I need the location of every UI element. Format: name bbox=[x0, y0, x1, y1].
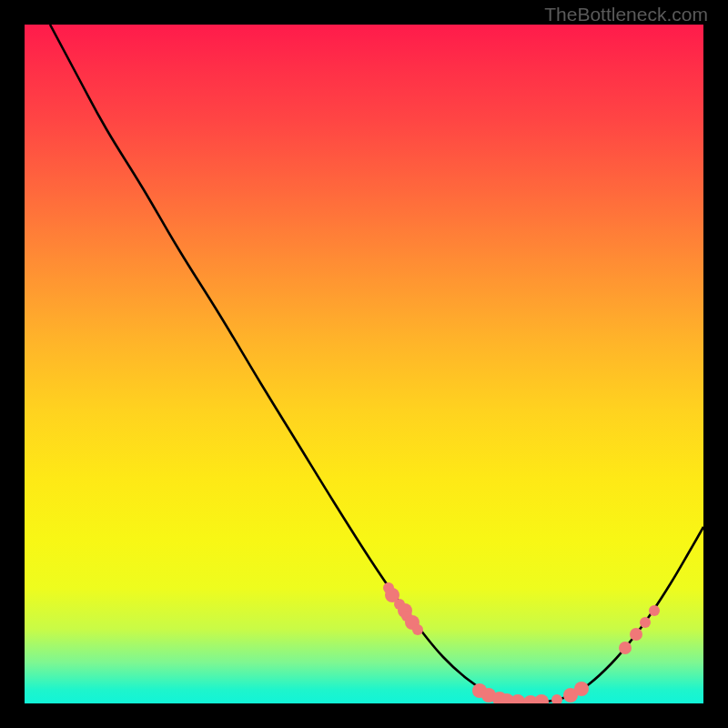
watermark-text: TheBottleneck.com bbox=[544, 4, 708, 25]
chart-gradient-background bbox=[25, 25, 703, 703]
chart-plot-area bbox=[25, 25, 703, 703]
